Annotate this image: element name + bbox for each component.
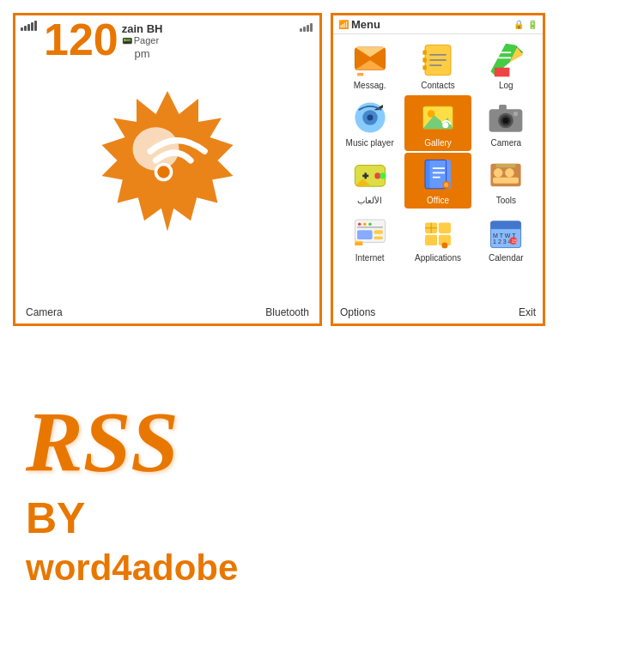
lock-icon: 🔒 bbox=[513, 20, 524, 29]
phone2-options[interactable]: Options bbox=[340, 306, 375, 318]
svg-text:1 2 3 4: 1 2 3 4 bbox=[493, 239, 512, 245]
svg-rect-65 bbox=[374, 236, 383, 239]
signal-bar-4 bbox=[31, 22, 33, 31]
svg-rect-77 bbox=[491, 221, 521, 229]
svg-point-54 bbox=[494, 168, 503, 178]
svg-point-55 bbox=[505, 168, 514, 178]
menu-item-office[interactable]: Office bbox=[404, 153, 471, 209]
signal-bar-2 bbox=[24, 26, 27, 31]
rss-title: RSS bbox=[26, 399, 179, 485]
messaging-icon bbox=[351, 41, 389, 79]
by-label: BY bbox=[26, 493, 85, 543]
calendar-icon: M T W T 1 2 3 4 15 bbox=[487, 214, 525, 251]
pager-icon: 📟 bbox=[122, 36, 132, 45]
office-icon bbox=[419, 156, 457, 194]
applications-label: Applications bbox=[415, 253, 461, 263]
phone2-header-left: 📶 Menu bbox=[338, 18, 380, 31]
rss-logo-icon bbox=[90, 83, 245, 238]
menu-item-internet[interactable]: Internet bbox=[337, 210, 403, 266]
svg-rect-36 bbox=[499, 105, 507, 111]
phone1-footer: Camera Bluetooth bbox=[15, 306, 319, 318]
signal-bars bbox=[21, 19, 37, 31]
svg-point-52 bbox=[444, 183, 448, 187]
applications-icon bbox=[419, 214, 457, 251]
log-icon bbox=[487, 41, 525, 79]
svg-rect-16 bbox=[422, 65, 426, 70]
svg-rect-57 bbox=[496, 164, 516, 167]
menu-item-camera[interactable]: Camera bbox=[473, 95, 539, 151]
phone2-header: 📶 Menu 🔒 🔋 bbox=[333, 15, 543, 34]
svg-point-37 bbox=[513, 112, 518, 116]
svg-rect-64 bbox=[374, 230, 383, 233]
messaging-label: Messag. bbox=[354, 81, 386, 90]
svg-rect-8 bbox=[357, 73, 363, 76]
phone1-idle: 120 zain BH 📟 Pager pm bbox=[13, 13, 322, 326]
music-icon bbox=[351, 99, 389, 136]
menu-item-applications[interactable]: Applications bbox=[404, 210, 471, 266]
svg-point-41 bbox=[380, 172, 386, 178]
branding-area: RSS BY word4adobe bbox=[0, 326, 369, 653]
tools-label: Tools bbox=[496, 196, 516, 205]
phone1-status-right bbox=[300, 20, 313, 32]
menu-item-calendar[interactable]: M T W T 1 2 3 4 15 Calendar bbox=[473, 210, 539, 266]
menu-item-gallery[interactable]: Gallery bbox=[404, 95, 471, 151]
menu-item-messaging[interactable]: Messag. bbox=[337, 38, 403, 94]
battery-icon: 🔋 bbox=[527, 20, 538, 29]
top-section: 120 zain BH 📟 Pager pm bbox=[0, 0, 644, 326]
phone2-menu: 📶 Menu 🔒 🔋 Messag. bbox=[331, 13, 545, 326]
svg-point-62 bbox=[368, 223, 372, 227]
svg-rect-15 bbox=[422, 57, 426, 62]
svg-point-60 bbox=[358, 223, 361, 227]
svg-rect-70 bbox=[425, 235, 437, 245]
menu-title: Menu bbox=[351, 18, 380, 31]
music-label: Music player bbox=[346, 138, 394, 148]
games-icon bbox=[351, 156, 389, 194]
svg-rect-14 bbox=[422, 51, 426, 55]
bluetooth-label: Bluetooth bbox=[265, 306, 309, 318]
phone2-header-right: 🔒 🔋 bbox=[513, 20, 538, 29]
contacts-label: Contacts bbox=[421, 81, 454, 90]
phone2-exit[interactable]: Exit bbox=[519, 306, 536, 318]
games-label: الألعاب bbox=[357, 196, 382, 205]
pager-label: 📟 Pager bbox=[122, 35, 163, 45]
svg-rect-67 bbox=[355, 242, 362, 245]
signal-bar-3 bbox=[27, 24, 30, 31]
svg-point-61 bbox=[363, 223, 367, 227]
svg-point-40 bbox=[374, 172, 380, 178]
camera-menu-icon bbox=[487, 99, 525, 136]
svg-rect-19 bbox=[495, 68, 510, 77]
svg-point-31 bbox=[442, 122, 448, 128]
battery-bars bbox=[300, 20, 313, 32]
svg-point-35 bbox=[503, 118, 509, 124]
user-name: zain BH bbox=[122, 22, 163, 35]
menu-grid: Messag. Contacts bbox=[333, 34, 543, 269]
menu-item-tools[interactable]: Tools bbox=[473, 153, 539, 209]
camera-menu-label: Camera bbox=[491, 138, 522, 148]
internet-icon bbox=[351, 214, 389, 251]
svg-rect-63 bbox=[357, 230, 373, 239]
phone1-header: 120 zain BH 📟 Pager pm bbox=[15, 15, 319, 62]
svg-text:15: 15 bbox=[512, 239, 517, 244]
phone1-time: 120 bbox=[44, 17, 118, 62]
phone1-user: zain BH 📟 Pager pm bbox=[122, 22, 163, 60]
author-label: word4adobe bbox=[26, 547, 238, 589]
menu-item-contacts[interactable]: Contacts bbox=[404, 38, 471, 94]
menu-item-log[interactable]: Log bbox=[473, 38, 539, 94]
camera-label: Camera bbox=[26, 306, 63, 318]
svg-point-74 bbox=[441, 242, 447, 248]
phone1-center-icon bbox=[15, 62, 319, 259]
menu-item-music[interactable]: Music player bbox=[337, 95, 403, 151]
svg-point-3 bbox=[157, 166, 169, 178]
phone2-footer: Options Exit bbox=[333, 306, 543, 318]
svg-rect-69 bbox=[439, 223, 451, 233]
svg-point-25 bbox=[367, 114, 373, 120]
calendar-label: Calendar bbox=[489, 253, 524, 263]
office-label: Office bbox=[427, 196, 449, 205]
menu-item-games[interactable]: الألعاب bbox=[337, 153, 403, 209]
contacts-icon bbox=[419, 41, 457, 79]
time-period: pm bbox=[122, 47, 163, 60]
gallery-icon bbox=[419, 99, 457, 136]
signal-bar-5 bbox=[34, 21, 37, 31]
tools-icon bbox=[487, 156, 525, 194]
wifi-icon: 📶 bbox=[338, 20, 349, 29]
